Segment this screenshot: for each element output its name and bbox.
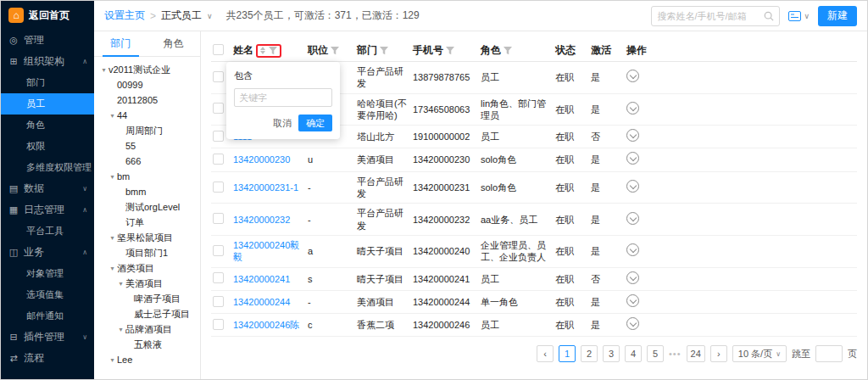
breadcrumb-home-link[interactable]: 设置主页 xyxy=(104,8,145,23)
breadcrumb-current[interactable]: 正式员工 xyxy=(161,8,202,23)
sidebar-item-email-notification[interactable]: 邮件通知 xyxy=(1,305,94,327)
filter-icon[interactable] xyxy=(446,47,454,55)
tree-item[interactable]: bmm xyxy=(96,184,198,199)
pagination-page-24[interactable]: 24 xyxy=(687,345,705,362)
employee-name-link[interactable]: 13420000246陈 xyxy=(233,319,308,331)
create-button[interactable]: 新建 xyxy=(818,6,857,26)
sidebar-item-org-structure[interactable]: ⊞组织架构∧ xyxy=(1,51,94,72)
tree-item[interactable]: ▾44 xyxy=(96,108,198,123)
tree-item[interactable]: ▾Lee xyxy=(96,352,198,367)
sidebar-item-employee[interactable]: 员工 xyxy=(1,93,94,115)
caret-down-icon[interactable]: ▾ xyxy=(108,173,117,181)
filter-icon[interactable] xyxy=(504,47,512,55)
sidebar-item-plugin-management[interactable]: ⊟插件管理∨ xyxy=(1,327,94,348)
back-to-home-logo[interactable]: ⌂ 返回首页 xyxy=(1,1,94,30)
sidebar-item-department[interactable]: 部门 xyxy=(1,72,94,93)
tree-item[interactable]: 威士忌子项目 xyxy=(96,306,198,321)
tree-item[interactable]: ▾美酒项目 xyxy=(96,276,198,291)
row-actions-button[interactable] xyxy=(626,70,639,82)
page-size-select[interactable]: 10 条/页∨ xyxy=(732,345,787,362)
row-actions-button[interactable] xyxy=(626,212,639,225)
row-actions-button[interactable] xyxy=(626,294,639,307)
filter-icon[interactable] xyxy=(331,47,339,55)
row-checkbox[interactable] xyxy=(213,245,224,256)
pagination-page-4[interactable]: 4 xyxy=(625,345,642,362)
row-checkbox[interactable] xyxy=(213,296,224,307)
sidebar-item-object-management[interactable]: 对象管理 xyxy=(1,263,94,284)
pagination-page-3[interactable]: 3 xyxy=(603,345,620,362)
tree-item[interactable]: ▾酒类项目 xyxy=(96,260,198,276)
tree-item[interactable]: 55 xyxy=(96,138,198,154)
sidebar-item-log-management[interactable]: ▦日志管理∧ xyxy=(1,199,94,221)
display-settings-button[interactable]: ∨ xyxy=(788,11,810,21)
tree-item[interactable]: 啤酒子项目 xyxy=(96,291,198,306)
row-actions-button[interactable] xyxy=(626,243,639,256)
row-checkbox[interactable] xyxy=(213,213,224,224)
filter-icon[interactable] xyxy=(380,47,388,55)
filter-confirm-button[interactable]: 确定 xyxy=(298,115,332,131)
tree-item[interactable]: ▾坚果松鼠项目 xyxy=(96,230,198,245)
jump-page-input[interactable] xyxy=(815,345,843,362)
employee-name-link[interactable]: 13420000232 xyxy=(233,214,308,226)
row-actions-button[interactable] xyxy=(626,180,639,193)
row-actions-button[interactable] xyxy=(626,152,639,165)
filter-icon[interactable] xyxy=(269,47,277,55)
caret-down-icon[interactable]: ▾ xyxy=(108,112,117,120)
row-checkbox[interactable] xyxy=(213,272,224,283)
caret-down-icon[interactable]: ▾ xyxy=(116,280,125,288)
employee-name-link[interactable]: 13420000241 xyxy=(233,273,308,285)
sidebar-item-platform-tools[interactable]: 平台工具 xyxy=(1,221,94,242)
row-actions-button[interactable] xyxy=(626,271,639,284)
sidebar-item-management[interactable]: ◎管理 xyxy=(1,30,94,51)
filter-cancel-button[interactable]: 取消 xyxy=(273,117,292,130)
pagination-page-5[interactable]: 5 xyxy=(647,345,664,362)
employee-name-link[interactable]: 13420000231-1 xyxy=(233,182,308,193)
caret-down-icon[interactable]: ▾ xyxy=(108,234,117,242)
select-all-checkbox[interactable] xyxy=(213,44,224,55)
tree-item[interactable]: 00999 xyxy=(96,77,198,92)
pagination-page-1[interactable]: 1 xyxy=(559,345,576,362)
pagination-prev-button[interactable]: ‹ xyxy=(537,345,554,362)
row-actions-button[interactable] xyxy=(626,102,639,115)
tree-item[interactable]: 周周部门 xyxy=(96,123,198,138)
pagination-next-button[interactable]: › xyxy=(710,345,727,362)
sidebar-item-role[interactable]: 角色 xyxy=(1,115,94,136)
tree-item[interactable]: ▾bm xyxy=(96,169,198,184)
tree-item[interactable]: 五粮液 xyxy=(96,337,198,352)
tree-item[interactable]: 666 xyxy=(96,154,198,169)
sidebar-item-data[interactable]: ▤数据∨ xyxy=(1,178,94,199)
caret-down-icon[interactable]: ▾ xyxy=(116,326,125,333)
row-checkbox[interactable] xyxy=(213,154,224,165)
row-checkbox[interactable] xyxy=(213,71,224,82)
sidebar-item-process[interactable]: ⇄流程 xyxy=(1,348,94,369)
tab-role[interactable]: 角色 xyxy=(147,31,201,56)
search-input[interactable] xyxy=(657,11,764,21)
row-actions-button[interactable] xyxy=(626,129,639,142)
row-checkbox[interactable] xyxy=(213,131,224,142)
tree-item[interactable]: 测试orgLevel xyxy=(96,199,198,215)
sidebar-item-business[interactable]: ◫业务∧ xyxy=(1,242,94,263)
row-checkbox[interactable] xyxy=(213,103,224,114)
filter-keyword-input[interactable] xyxy=(234,88,332,107)
tree-item[interactable]: ▾品牌酒项目 xyxy=(96,321,198,337)
tab-department[interactable]: 部门 xyxy=(94,31,147,56)
tree-item[interactable]: ▾v2011测试企业 xyxy=(96,62,198,77)
sort-icon[interactable] xyxy=(260,47,265,54)
tree-item[interactable]: 项目部门1 xyxy=(96,245,198,260)
sidebar-item-option-value-set[interactable]: 选项值集 xyxy=(1,284,94,305)
breadcrumb-chevron-down-icon[interactable]: ∨ xyxy=(207,12,213,20)
row-checkbox[interactable] xyxy=(213,182,224,193)
pagination-page-2[interactable]: 2 xyxy=(581,345,598,362)
employee-name-link[interactable]: 13420000244 xyxy=(233,296,308,308)
caret-down-icon[interactable]: ▾ xyxy=(108,265,117,272)
employee-name-link[interactable]: 13420000230 xyxy=(233,154,308,165)
sidebar-item-multi-dimension-permission[interactable]: 多维度权限管理 xyxy=(1,157,94,178)
tree-item[interactable]: 20112805 xyxy=(96,92,198,108)
caret-down-icon[interactable]: ▾ xyxy=(108,356,117,364)
sidebar-item-permission[interactable]: 权限 xyxy=(1,136,94,157)
row-checkbox[interactable] xyxy=(213,319,224,330)
row-actions-button[interactable] xyxy=(626,317,639,330)
caret-down-icon[interactable]: ▾ xyxy=(99,66,108,74)
tree-item[interactable]: 订单 xyxy=(96,215,198,230)
employee-name-link[interactable]: 13420000240毅毅 xyxy=(233,239,308,264)
